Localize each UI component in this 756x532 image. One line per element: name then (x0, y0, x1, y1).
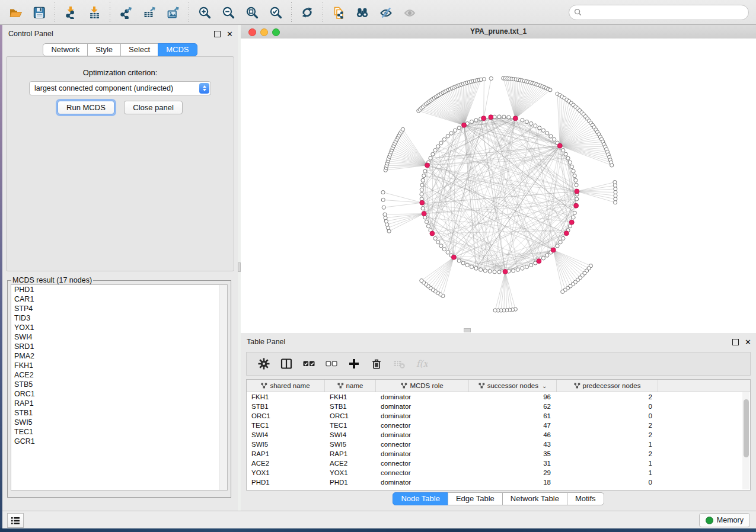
leaf-node[interactable] (383, 213, 387, 216)
table-row[interactable]: FKH1FKH1dominator962 (247, 392, 750, 402)
tab-node-table[interactable]: Node Table (393, 492, 448, 505)
ring-node[interactable] (453, 129, 457, 132)
zoom-out-button[interactable] (216, 2, 240, 23)
ring-node[interactable] (470, 265, 473, 268)
leaf-node[interactable] (493, 309, 497, 312)
ring-node[interactable] (507, 116, 511, 119)
leaf-node[interactable] (381, 198, 385, 201)
ring-node[interactable] (433, 148, 437, 152)
table-cell[interactable]: dominator (376, 412, 469, 419)
ring-node[interactable] (446, 134, 449, 138)
mcds-result-item[interactable]: TEC1 (11, 427, 227, 437)
table-cell[interactable]: connector (376, 441, 469, 448)
import-table-button[interactable] (82, 2, 106, 23)
table-cell[interactable]: 1 (557, 469, 658, 476)
ring-node[interactable] (541, 129, 545, 132)
ring-node[interactable] (564, 152, 567, 156)
table-cell[interactable]: 2 (557, 450, 658, 457)
mcds-result-item[interactable]: SWI4 (11, 332, 227, 342)
ring-node[interactable] (449, 132, 453, 135)
ring-node[interactable] (573, 174, 576, 178)
mcds-hub-node[interactable] (425, 163, 430, 168)
mcds-result-item[interactable]: STP4 (11, 304, 227, 313)
column-header-MCDS-role[interactable]: MCDS role (376, 380, 469, 392)
tab-network[interactable]: Network (43, 43, 88, 56)
mcds-result-item[interactable]: STB1 (11, 408, 227, 418)
mcds-hub-node[interactable] (575, 189, 579, 194)
zoom-in-button[interactable] (193, 2, 216, 23)
table-cell[interactable]: PHD1 (247, 479, 325, 486)
ring-node[interactable] (525, 120, 528, 123)
hide-panel-button[interactable] (374, 2, 398, 23)
mcds-hub-node[interactable] (462, 123, 467, 127)
table-cell[interactable]: SWI4 (325, 431, 376, 438)
ring-node[interactable] (512, 269, 515, 273)
ring-node[interactable] (566, 156, 570, 160)
find-button[interactable] (350, 2, 374, 23)
table-cell[interactable]: 43 (469, 441, 557, 448)
table-cell[interactable]: STB1 (325, 403, 376, 410)
run-mcds-button[interactable]: Run MCDS (58, 101, 114, 114)
table-cell[interactable]: FKH1 (247, 393, 325, 400)
mcds-result-item[interactable]: STB5 (11, 380, 227, 389)
table-cell[interactable]: 0 (557, 479, 658, 486)
mcds-result-item[interactable]: FKH1 (11, 361, 227, 370)
table-cell[interactable]: 2 (557, 422, 658, 429)
mcds-result-item[interactable]: TID3 (11, 313, 227, 323)
table-cell[interactable]: SWI5 (247, 441, 325, 448)
table-cell[interactable]: 1 (557, 460, 658, 467)
leaf-node[interactable] (548, 88, 552, 92)
table-cell[interactable]: 29 (469, 469, 557, 476)
ring-node[interactable] (436, 145, 440, 148)
table-cell[interactable]: 2 (557, 431, 658, 438)
table-cell[interactable]: 1 (557, 441, 658, 448)
table-cell[interactable]: FKH1 (325, 393, 376, 400)
table-cell[interactable]: dominator (376, 403, 469, 410)
tab-motifs[interactable]: Motifs (567, 492, 604, 505)
ring-node[interactable] (461, 261, 465, 265)
table-cell[interactable]: connector (376, 469, 469, 476)
table-cell[interactable]: SWI5 (325, 441, 376, 448)
ring-node[interactable] (521, 267, 524, 270)
ring-node[interactable] (431, 152, 435, 156)
ring-node[interactable] (497, 270, 501, 274)
leaf-node[interactable] (381, 190, 385, 194)
ring-node[interactable] (442, 137, 446, 141)
ring-node[interactable] (426, 225, 430, 228)
deselect-all-button[interactable] (320, 354, 343, 373)
table-cell[interactable]: TEC1 (247, 422, 325, 429)
table-cell[interactable]: ACE2 (247, 460, 325, 467)
mcds-result-item[interactable]: ORC1 (11, 389, 227, 399)
ring-node[interactable] (538, 126, 541, 130)
table-cell[interactable]: 0 (557, 412, 658, 419)
table-cell[interactable]: dominator (376, 393, 469, 400)
table-row[interactable]: ORC1ORC1dominator610 (247, 411, 750, 421)
table-cell[interactable]: ORC1 (247, 412, 325, 419)
ring-node[interactable] (446, 251, 449, 254)
search-input[interactable] (582, 8, 744, 17)
mcds-result-item[interactable]: PHD1 (11, 285, 227, 294)
column-header-successor-nodes[interactable]: successor nodes⌄ (469, 380, 557, 392)
table-cell[interactable]: STB1 (247, 403, 325, 410)
table-cell[interactable]: PHD1 (325, 479, 376, 486)
tab-network-table[interactable]: Network Table (502, 492, 567, 505)
table-row[interactable]: PHD1PHD1dominator180 (247, 477, 750, 487)
export-table-button[interactable] (138, 2, 161, 23)
mcds-hub-node[interactable] (420, 200, 425, 205)
close-table-panel-icon[interactable]: ✕ (745, 339, 751, 345)
ring-node[interactable] (442, 248, 446, 251)
column-header-name[interactable]: name (325, 380, 376, 392)
show-eye-button[interactable] (398, 2, 422, 23)
ring-node[interactable] (521, 118, 524, 122)
mcds-result-item[interactable]: YOX1 (11, 323, 227, 332)
import-network-button[interactable] (59, 2, 82, 23)
ring-node[interactable] (422, 174, 426, 178)
mcds-hub-node[interactable] (574, 203, 579, 208)
ring-node[interactable] (575, 183, 578, 187)
ring-node[interactable] (572, 216, 575, 219)
ring-node[interactable] (457, 126, 461, 130)
table-row[interactable]: ACE2ACE2connector311 (247, 459, 750, 468)
ring-node[interactable] (439, 244, 443, 248)
clone-network-button[interactable] (327, 2, 350, 23)
table-cell[interactable]: 18 (469, 479, 557, 486)
